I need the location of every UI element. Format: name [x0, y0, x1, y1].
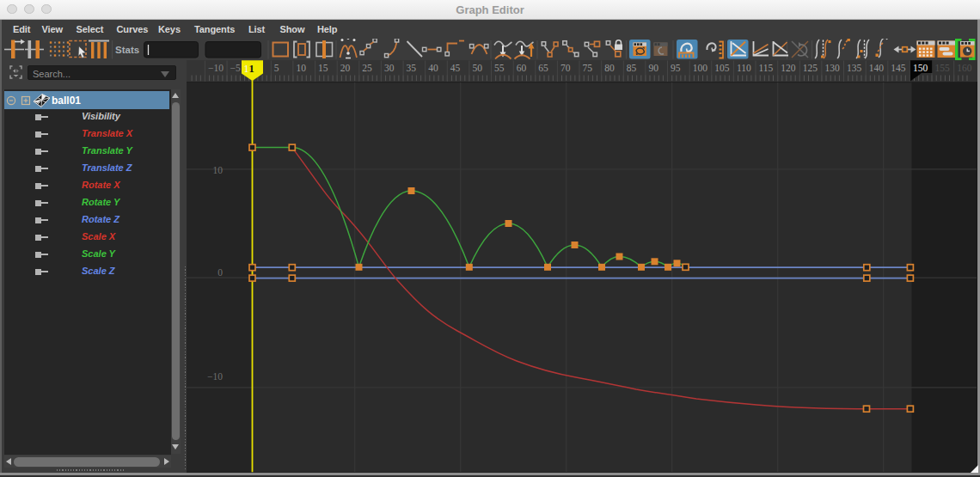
svg-text:75: 75 — [583, 63, 593, 73]
svg-text:−10: −10 — [207, 371, 223, 382]
svg-text:100: 100 — [693, 63, 708, 73]
svg-text:105: 105 — [714, 63, 730, 73]
svg-text:25: 25 — [362, 63, 372, 73]
svg-text:135: 135 — [847, 63, 862, 73]
svg-text:150: 150 — [913, 63, 928, 73]
svg-text:60: 60 — [517, 63, 527, 73]
svg-text:55: 55 — [494, 63, 505, 73]
svg-text:45: 45 — [450, 63, 461, 73]
svg-text:120: 120 — [781, 63, 796, 73]
svg-text:15: 15 — [318, 63, 328, 73]
svg-text:70: 70 — [560, 63, 571, 73]
svg-text:5: 5 — [274, 63, 279, 73]
svg-text:−10: −10 — [208, 63, 224, 73]
svg-text:130: 130 — [824, 63, 840, 73]
svg-text:85: 85 — [627, 63, 637, 73]
svg-text:110: 110 — [737, 63, 751, 73]
svg-text:50: 50 — [472, 63, 482, 73]
svg-text:160: 160 — [957, 63, 972, 73]
svg-text:10: 10 — [296, 63, 306, 73]
svg-text:65: 65 — [538, 63, 548, 73]
svg-text:95: 95 — [671, 63, 681, 73]
svg-text:20: 20 — [340, 63, 351, 73]
svg-text:10: 10 — [213, 165, 224, 175]
svg-text:35: 35 — [407, 63, 417, 73]
svg-text:125: 125 — [803, 63, 818, 73]
svg-text:−5: −5 — [230, 63, 241, 73]
svg-text:0: 0 — [217, 267, 223, 278]
svg-text:140: 140 — [869, 63, 884, 73]
svg-text:155: 155 — [935, 63, 951, 73]
svg-text:1: 1 — [249, 63, 254, 75]
svg-text:145: 145 — [891, 63, 906, 73]
svg-text:30: 30 — [384, 63, 395, 73]
svg-text:90: 90 — [648, 63, 658, 73]
svg-text:115: 115 — [759, 63, 774, 73]
svg-text:40: 40 — [428, 63, 438, 73]
svg-text:80: 80 — [604, 63, 615, 73]
svg-text:Stats: Stats — [115, 45, 139, 55]
